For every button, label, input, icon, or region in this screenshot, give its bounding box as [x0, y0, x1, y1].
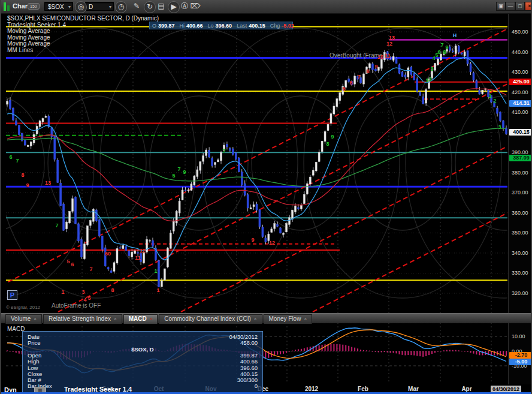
auto-icon[interactable]: Ⓐ: [179, 1, 190, 12]
seeker-count: 13: [389, 35, 395, 41]
seeker-count: 12: [269, 240, 275, 246]
copyright-label: © eSignal, 2012: [6, 305, 40, 310]
seeker-count: 1: [61, 289, 64, 295]
seeker-count: 12: [140, 248, 146, 254]
seeker-count: 6: [71, 261, 74, 267]
seeker-count: 9: [251, 237, 254, 243]
seeker-count: 8: [326, 141, 329, 147]
symbol-lookup-icon[interactable]: ◎: [75, 1, 87, 13]
tab-commodity-channel-index-cci-[interactable]: Commodity Channel Index (CCI)×: [159, 314, 262, 324]
seeker-count: 13: [45, 180, 51, 186]
month-label: 2012: [305, 386, 318, 392]
symbol-combo[interactable]: $SOX ▾: [44, 2, 73, 11]
tab-relative-strength-index[interactable]: Relative Strength Index×: [43, 314, 122, 324]
chart-app-icon: [4, 2, 11, 11]
tab-close-icon[interactable]: ×: [304, 316, 307, 321]
interval-value: D: [89, 4, 93, 10]
seeker-count: 7: [177, 166, 180, 172]
autoframe-label: AutoFrame is OFF: [52, 302, 101, 309]
tooltip-row: High400.66: [23, 358, 262, 364]
quote-value: 399.87: [158, 23, 175, 29]
interval-combo[interactable]: D ▾: [85, 2, 114, 11]
seeker-count: 7: [357, 74, 360, 80]
study-legend: Tradesight Seeker 1.4Moving AverageMovin…: [7, 22, 66, 53]
play-icon[interactable]: ▶: [168, 1, 180, 13]
tooltip-row: Bar Index0: [23, 383, 262, 389]
seeker-count: 7: [55, 222, 58, 228]
quote-note-icon[interactable]: ▤: [156, 1, 167, 12]
seeker-count: 5: [66, 258, 69, 264]
price-tick: 350.00: [512, 230, 528, 236]
seeker-count: ↓: [389, 28, 392, 34]
price-tick: 320.00: [512, 290, 528, 296]
macd-badge: -5.00: [509, 359, 532, 365]
seeker-count: 1: [488, 93, 491, 99]
quote-label: Lo: [208, 23, 214, 29]
tab-label: MACD: [129, 315, 147, 322]
price-tick: 360.00: [512, 210, 528, 216]
price-tick: 330.00: [512, 270, 528, 276]
toolbar: Chart 150 $SOX ▾ D ▾ ◎◷✎↻▤▶Ⓐ⌦ ▣—□×: [1, 0, 531, 14]
close-icon[interactable]: ×: [525, 2, 532, 11]
cycle-circles-layer: [1, 28, 532, 298]
quote-label: Chg: [270, 23, 280, 29]
seeker-count: 8: [366, 68, 369, 74]
price-badge: 387.09: [509, 155, 532, 161]
tab-volume[interactable]: Volume×: [5, 314, 42, 324]
quote-label: Last: [237, 23, 247, 29]
tooltip-row: Low396.60: [23, 365, 262, 371]
tab-close-icon[interactable]: ×: [34, 316, 37, 321]
tab-label: Money Flow: [269, 315, 301, 322]
month-label: Mar: [408, 386, 419, 392]
price-badge: 425.00: [509, 79, 532, 85]
tooltip-row: Open399.87: [23, 352, 262, 358]
quote-value: 400.66: [186, 23, 203, 29]
seeker-count: 1: [154, 268, 157, 274]
minimize-icon[interactable]: —: [506, 2, 515, 11]
month-label: Feb: [358, 386, 368, 392]
chevron-down-icon: ▾: [109, 2, 111, 11]
seeker-count: 7: [222, 148, 225, 154]
seeker-count: 5: [342, 86, 345, 92]
time-interval-icon[interactable]: ◷: [115, 1, 127, 13]
price-badge: 400.15: [509, 129, 532, 136]
quote-label: Hi: [180, 23, 185, 29]
seeker-count: 4: [83, 297, 86, 303]
quote-value: 396.60: [216, 23, 232, 29]
price-tick: 430.00: [512, 69, 528, 75]
pointer-marker[interactable]: P: [7, 290, 17, 300]
maximize-icon[interactable]: □: [515, 2, 525, 11]
restore-icon[interactable]: ▣: [496, 2, 506, 11]
price-tick: 420.00: [512, 89, 528, 95]
tab-close-icon[interactable]: ×: [150, 316, 153, 321]
seeker-count: 7: [16, 158, 19, 164]
tab-close-icon[interactable]: ×: [254, 316, 257, 321]
seeker-count: 6: [349, 80, 352, 86]
seeker-count: 8: [111, 287, 114, 293]
chart-window: Chart 150 $SOX ▾ D ▾ ◎◷✎↻▤▶Ⓐ⌦ ▣—□× $SOX,…: [0, 0, 532, 394]
seeker-count: 10: [377, 54, 383, 60]
legend-item-4: MM Lines: [7, 47, 66, 53]
eraser-icon[interactable]: ⌦: [190, 1, 201, 12]
tooltip-row: Close400.15: [23, 371, 262, 377]
month-label: Apr: [461, 386, 471, 392]
tab-label: Relative Strength Index: [49, 315, 111, 322]
quote-value: -5.02: [282, 23, 294, 29]
tab-close-icon[interactable]: ×: [114, 316, 117, 321]
seeker-count: 8: [21, 172, 24, 178]
tooltip-row: Date04/30/2012: [23, 333, 262, 339]
tab-money-flow[interactable]: Money Flow×: [264, 314, 313, 324]
refresh-icon[interactable]: ↻: [144, 1, 156, 13]
symbol-value: $SOX: [48, 4, 64, 10]
chart-number-badge: 150: [28, 3, 40, 10]
seeker-count: 5: [172, 173, 175, 179]
draw-pencil-icon[interactable]: ✎: [131, 1, 142, 12]
legend-item-3: Moving Average: [7, 41, 66, 47]
seeker-count: 9: [331, 134, 334, 140]
price-tick: 340.00: [512, 250, 528, 256]
tab-macd[interactable]: MACD×: [123, 314, 158, 324]
price-badge: 414.31: [509, 100, 532, 107]
data-tooltip: Date04/30/2012Price458.00$SOX, DOpen399.…: [22, 331, 263, 394]
seeker-count: 3: [81, 289, 84, 295]
price-axis[interactable]: 450.00440.00430.00420.00410.00400.00390.…: [508, 13, 532, 384]
